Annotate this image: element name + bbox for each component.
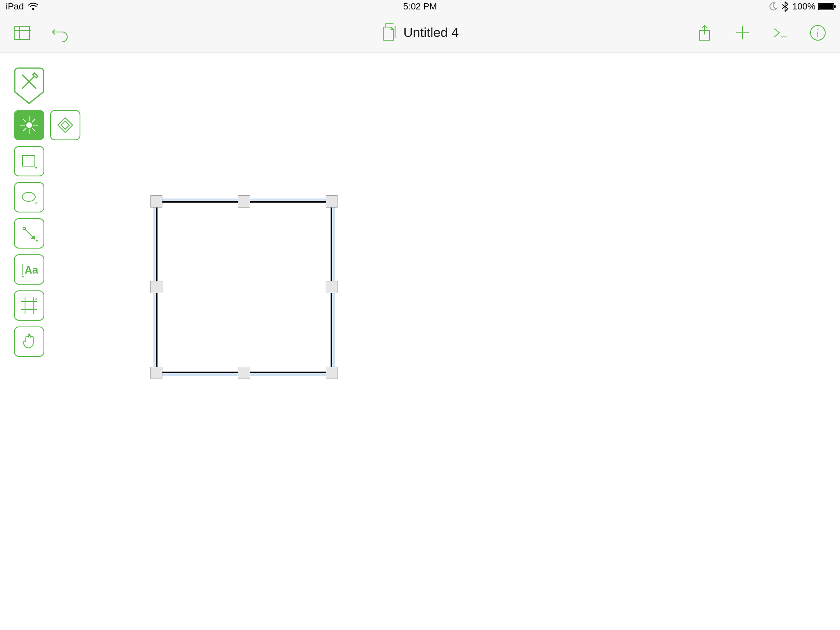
battery-indicator: 100%: [792, 1, 834, 12]
resize-handle-tr[interactable]: [326, 195, 338, 208]
resize-handle-bl[interactable]: [150, 367, 162, 379]
status-bar: iPad 5:02 PM 100%: [0, 0, 840, 13]
selected-shape[interactable]: [156, 201, 332, 373]
sidebar-toggle-button[interactable]: [11, 22, 33, 43]
svg-point-26: [22, 192, 35, 201]
canvas[interactable]: [0, 52, 840, 630]
selection-tool-button[interactable]: [14, 110, 44, 140]
rectangle-shape[interactable]: [156, 201, 332, 373]
point-snap-tool-button[interactable]: [50, 110, 80, 140]
resize-handle-tl[interactable]: [150, 195, 162, 208]
rectangle-tool-button[interactable]: [14, 146, 44, 176]
svg-rect-1: [15, 26, 30, 39]
resize-handle-bm[interactable]: [238, 367, 250, 379]
svg-line-20: [32, 128, 35, 131]
status-left: iPad: [6, 1, 39, 12]
app-toolbar: Untitled 4: [0, 13, 840, 52]
svg-line-22: [23, 128, 26, 131]
do-not-disturb-icon: [769, 2, 778, 11]
svg-text:Aa: Aa: [25, 264, 39, 276]
svg-point-0: [32, 8, 34, 10]
svg-line-21: [32, 119, 35, 122]
resize-handle-tm[interactable]: [238, 195, 250, 208]
svg-line-30: [25, 229, 33, 237]
status-time: 5:02 PM: [403, 1, 437, 12]
text-tool-button[interactable]: Aa: [14, 254, 44, 285]
device-label: iPad: [6, 1, 24, 12]
svg-point-10: [817, 28, 819, 30]
tool-panel: Aa: [14, 67, 80, 357]
undo-button[interactable]: [49, 22, 71, 43]
info-button[interactable]: [807, 22, 829, 43]
console-button[interactable]: [769, 22, 791, 43]
resize-handle-ml[interactable]: [150, 281, 162, 293]
battery-icon: [818, 3, 834, 10]
line-tool-button[interactable]: [14, 218, 44, 249]
status-right: 100%: [769, 1, 834, 12]
svg-rect-23: [23, 155, 35, 166]
toolbar-center: Untitled 4: [381, 23, 459, 43]
svg-line-19: [23, 119, 26, 122]
document-title[interactable]: Untitled 4: [403, 25, 459, 40]
bluetooth-icon: [782, 1, 788, 12]
share-button[interactable]: [694, 22, 715, 43]
wifi-icon: [28, 2, 39, 11]
toolbar-left: [11, 22, 71, 43]
svg-point-14: [27, 123, 32, 128]
add-button[interactable]: [732, 22, 753, 43]
artboard-tool-button[interactable]: [14, 290, 44, 321]
resize-handle-mr[interactable]: [326, 281, 338, 293]
ellipse-tool-button[interactable]: [14, 182, 44, 212]
resize-handle-br[interactable]: [326, 367, 338, 379]
hand-tool-button[interactable]: [14, 326, 44, 357]
draw-tool-button[interactable]: [14, 67, 44, 104]
battery-percent: 100%: [792, 1, 815, 12]
document-icon: [381, 23, 397, 43]
toolbar-right: [694, 22, 829, 43]
